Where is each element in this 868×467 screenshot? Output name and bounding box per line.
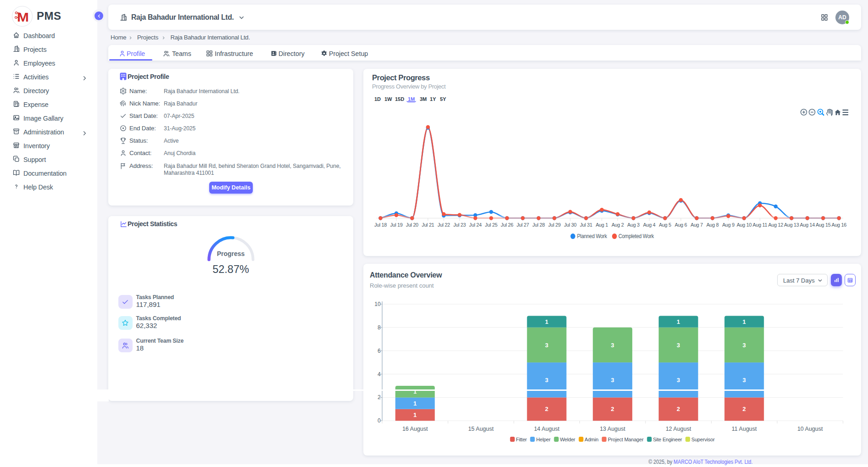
svg-text:Jul 22: Jul 22: [438, 222, 450, 228]
svg-text:3: 3: [611, 377, 614, 384]
svg-text:M: M: [17, 10, 29, 23]
svg-text:Jul 19: Jul 19: [390, 222, 402, 228]
svg-text:14 August: 14 August: [534, 426, 560, 432]
svg-text:Aug 8: Aug 8: [707, 222, 719, 228]
svg-text:Jul 30: Jul 30: [564, 222, 576, 228]
svg-text:1: 1: [545, 318, 548, 325]
svg-text:Jul 27: Jul 27: [517, 222, 529, 228]
svg-text:Jul 28: Jul 28: [532, 222, 545, 228]
svg-text:11 August: 11 August: [732, 426, 757, 432]
svg-text:1: 1: [413, 400, 417, 407]
svg-text:Aug 9: Aug 9: [722, 222, 734, 228]
svg-text:Aug 14: Aug 14: [800, 222, 815, 228]
svg-text:Jul 18: Jul 18: [374, 222, 387, 228]
svg-text:3: 3: [611, 342, 614, 349]
svg-text:Aug 15: Aug 15: [816, 222, 831, 228]
svg-text:2: 2: [611, 406, 614, 412]
svg-text:2: 2: [743, 406, 746, 412]
svg-text:Jul 25: Jul 25: [485, 222, 497, 228]
svg-text:Jul 29: Jul 29: [548, 222, 561, 228]
svg-text:Aug 7: Aug 7: [690, 222, 703, 228]
svg-text:Aug 1: Aug 1: [595, 222, 608, 228]
svg-text:Jul 26: Jul 26: [501, 222, 513, 228]
svg-text:Jul 23: Jul 23: [453, 222, 466, 228]
svg-text:Aug 4: Aug 4: [643, 222, 656, 228]
svg-text:2: 2: [545, 406, 548, 412]
svg-text:Aug 13: Aug 13: [784, 222, 799, 228]
svg-text:3: 3: [743, 342, 746, 349]
svg-text:Aug 16: Aug 16: [831, 222, 846, 228]
svg-text:3: 3: [677, 342, 680, 349]
svg-text:2: 2: [677, 406, 680, 412]
svg-text:16 August: 16 August: [402, 426, 428, 432]
svg-text:1: 1: [677, 318, 680, 325]
svg-text:10 August: 10 August: [797, 426, 823, 432]
svg-text:Aug 12: Aug 12: [768, 222, 784, 228]
svg-text:Jul 31: Jul 31: [580, 222, 592, 228]
svg-text:Jul 24: Jul 24: [469, 222, 482, 228]
svg-text:1: 1: [413, 411, 417, 418]
svg-text:Aug 5: Aug 5: [659, 222, 671, 228]
svg-text:Aug 2: Aug 2: [612, 222, 624, 228]
svg-text:1: 1: [743, 318, 746, 325]
svg-text:3: 3: [545, 377, 548, 384]
svg-text:Aug 11: Aug 11: [753, 222, 768, 228]
svg-text:12 August: 12 August: [666, 426, 691, 432]
svg-text:Aug 6: Aug 6: [675, 222, 687, 228]
svg-text:Aug 3: Aug 3: [627, 222, 640, 228]
svg-text:3: 3: [743, 377, 746, 384]
svg-text:Jul 21: Jul 21: [422, 222, 434, 228]
svg-text:Jul 20: Jul 20: [406, 222, 418, 228]
svg-text:3: 3: [545, 342, 548, 349]
svg-text:Aug 10: Aug 10: [737, 222, 752, 228]
svg-text:15 August: 15 August: [468, 426, 494, 432]
svg-text:3: 3: [677, 377, 680, 384]
svg-text:13 August: 13 August: [600, 426, 625, 432]
